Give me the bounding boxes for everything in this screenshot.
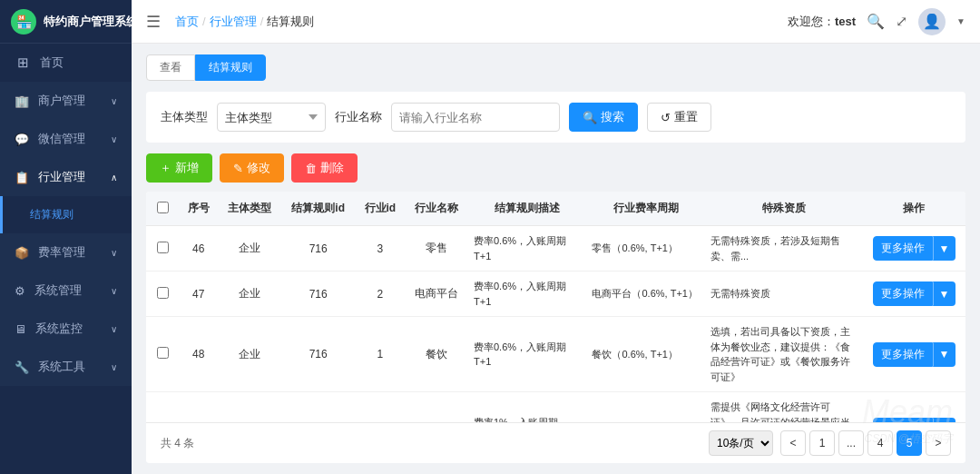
row-id: 47 xyxy=(179,272,219,317)
sidebar-section-fee: 📦 费率管理 ∨ xyxy=(0,233,132,272)
wechat-icon: 💬 xyxy=(15,133,29,146)
logo-icon: 🏪 xyxy=(11,9,36,35)
more-action-dropdown[interactable]: ▼ xyxy=(933,281,956,306)
more-action-dropdown[interactable]: ▼ xyxy=(933,342,956,367)
sidebar-item-monitor[interactable]: 🖥 系统监控 ∨ xyxy=(0,310,132,348)
row-special-qualification: 无需特殊资质 xyxy=(705,272,863,317)
search-btn-icon: 🔍 xyxy=(583,111,597,124)
sidebar-item-industry[interactable]: 📋 行业管理 ∧ xyxy=(0,158,132,196)
th-id: 序号 xyxy=(179,192,219,226)
merchant-chevron: ∨ xyxy=(111,96,117,106)
system-chevron: ∨ xyxy=(111,286,117,296)
more-action-button[interactable]: 更多操作 xyxy=(873,236,933,261)
sidebar: 🏪 特约商户管理系统 ⊞ 首页 🏢 商户管理 ∨ 💬 微信管理 xyxy=(0,0,132,474)
header: ☰ 首页 / 行业管理 / 结算规则 欢迎您：test 🔍 ⤢ 👤 ▼ xyxy=(132,0,980,44)
row-industry-id: 2 xyxy=(355,272,405,317)
breadcrumb-industry[interactable]: 行业管理 xyxy=(210,14,257,30)
row-checkbox[interactable] xyxy=(157,242,169,253)
dropdown-arrow-icon[interactable]: ▼ xyxy=(956,16,965,26)
hamburger-button[interactable]: ☰ xyxy=(146,12,161,32)
fee-chevron: ∨ xyxy=(111,248,117,258)
table-scroll: 序号 主体类型 结算规则id 行业id 行业名称 结算规则描述 行业费率周期 特… xyxy=(146,192,965,422)
row-action-cell: 更多操作 ▼ xyxy=(863,392,965,423)
tab-list[interactable]: 查看 xyxy=(146,54,195,81)
row-checkbox[interactable] xyxy=(157,287,169,299)
per-page-select[interactable]: 10条/页 20条/页 50条/页 xyxy=(709,430,773,456)
sidebar-logo: 🏪 特约商户管理系统 xyxy=(0,0,132,44)
sidebar-item-wechat[interactable]: 💬 微信管理 ∨ xyxy=(0,120,132,158)
sidebar-monitor-label: 系统监控 xyxy=(35,321,83,337)
row-checkbox-cell xyxy=(146,317,179,392)
row-id: 48 xyxy=(179,317,219,392)
row-fee-cycle: 电商平台（0.6%, T+1） xyxy=(586,272,705,317)
row-entity-type: 企业 xyxy=(219,226,282,272)
th-fee-cycle: 行业费率周期 xyxy=(586,192,705,226)
row-action-cell: 更多操作 ▼ xyxy=(863,226,965,272)
row-id: 49 xyxy=(179,392,219,423)
expand-icon[interactable]: ⤢ xyxy=(896,13,907,30)
row-fee-cycle: 零售（0.6%, T+1） xyxy=(586,226,705,272)
more-action-dropdown[interactable]: ▼ xyxy=(933,236,956,261)
action-btn-group: 更多操作 ▼ xyxy=(873,236,956,261)
page-1[interactable]: 1 xyxy=(809,430,835,456)
action-btn-group: 更多操作 ▼ xyxy=(873,281,956,306)
fee-icon: 📦 xyxy=(15,246,29,260)
sidebar-wechat-label: 微信管理 xyxy=(38,131,85,147)
table-row: 47 企业 716 2 电商平台 费率0.6%，入账周期T+1 电商平台（0.6… xyxy=(146,272,965,317)
row-settlement-rule-id: 716 xyxy=(281,272,355,317)
more-action-button[interactable]: 更多操作 xyxy=(873,281,933,306)
sidebar-item-tools[interactable]: 🔧 系统工具 ∨ xyxy=(0,348,132,386)
page-prev[interactable]: < xyxy=(780,430,806,456)
delete-button[interactable]: 🗑 删除 xyxy=(291,153,358,183)
entity-type-select[interactable]: 主体类型 企业 个体户 xyxy=(217,103,326,132)
content-area: 查看 结算规则 主体类型 主体类型 企业 个体户 行业名称 🔍 搜索 ↺ 重置 xyxy=(132,44,980,474)
sidebar-submenu-industry: 结算规则 xyxy=(0,196,132,233)
page-4[interactable]: 4 xyxy=(867,430,893,456)
table-row: 46 企业 716 3 零售 费率0.6%，入账周期T+1 零售（0.6%, T… xyxy=(146,226,965,272)
row-checkbox[interactable] xyxy=(157,347,169,359)
filter-bar: 主体类型 主体类型 企业 个体户 行业名称 🔍 搜索 ↺ 重置 xyxy=(146,92,965,143)
sidebar-tools-label: 系统工具 xyxy=(38,359,85,375)
search-button[interactable]: 🔍 搜索 xyxy=(569,103,638,132)
page-5[interactable]: 5 xyxy=(897,430,922,456)
tools-icon: 🔧 xyxy=(15,360,29,374)
sidebar-section-tools: 🔧 系统工具 ∨ xyxy=(0,348,132,386)
row-description: 费率0.6%，入账周期T+1 xyxy=(468,226,587,272)
username: test xyxy=(835,15,856,28)
sidebar-item-settlement[interactable]: 结算规则 xyxy=(0,196,132,233)
wechat-chevron: ∨ xyxy=(111,134,117,144)
monitor-chevron: ∨ xyxy=(111,324,117,334)
row-action-cell: 更多操作 ▼ xyxy=(863,272,965,317)
tab-settlement[interactable]: 结算规则 xyxy=(195,54,266,81)
add-button[interactable]: ＋ 新增 xyxy=(146,153,212,183)
sidebar-item-home[interactable]: ⊞ 首页 xyxy=(0,44,132,82)
breadcrumb-current: 结算规则 xyxy=(267,14,314,30)
table-header-row: 序号 主体类型 结算规则id 行业id 行业名称 结算规则描述 行业费率周期 特… xyxy=(146,192,965,226)
reset-btn-icon: ↺ xyxy=(661,111,671,124)
page-next[interactable]: > xyxy=(926,430,951,456)
search-icon[interactable]: 🔍 xyxy=(867,13,885,30)
row-industry-name: 电商平台 xyxy=(405,272,468,317)
sidebar-item-merchant[interactable]: 🏢 商户管理 ∨ xyxy=(0,82,132,120)
row-settlement-rule-id: 716 xyxy=(281,317,355,392)
breadcrumb-home[interactable]: 首页 xyxy=(175,14,199,30)
sidebar-industry-label: 行业管理 xyxy=(38,169,85,185)
avatar[interactable]: 👤 xyxy=(918,8,946,35)
sidebar-item-fee[interactable]: 📦 费率管理 ∨ xyxy=(0,233,132,272)
industry-name-input[interactable] xyxy=(391,103,560,132)
sidebar-item-system[interactable]: ⚙ 系统管理 ∨ xyxy=(0,272,132,310)
th-description: 结算规则描述 xyxy=(468,192,587,226)
edit-button[interactable]: ✎ 修改 xyxy=(220,153,284,183)
row-special-qualification: 无需特殊资质，若涉及短期售卖、需... xyxy=(705,226,863,272)
row-industry-name: 网络直播 xyxy=(405,392,468,423)
more-action-button[interactable]: 更多操作 xyxy=(873,342,933,367)
th-action: 操作 xyxy=(863,192,965,226)
row-industry-id: 3 xyxy=(355,226,405,272)
table-row: 48 企业 716 1 餐饮 费率0.6%，入账周期T+1 餐饮（0.6%, T… xyxy=(146,317,965,392)
row-special-qualification: 需提供《网络文化经营许可证》，且许可证的经营场景应当明确包括网络表演、P、P、需… xyxy=(705,392,863,423)
reset-button[interactable]: ↺ 重置 xyxy=(647,103,711,132)
system-icon: ⚙ xyxy=(15,284,25,298)
th-checkbox xyxy=(146,192,179,226)
row-special-qualification: 选填，若出司具备以下资质，主体为餐饮业态，建议提供：《食品经营许可证》或《餐饮服… xyxy=(705,317,863,392)
select-all-checkbox[interactable] xyxy=(157,202,169,213)
